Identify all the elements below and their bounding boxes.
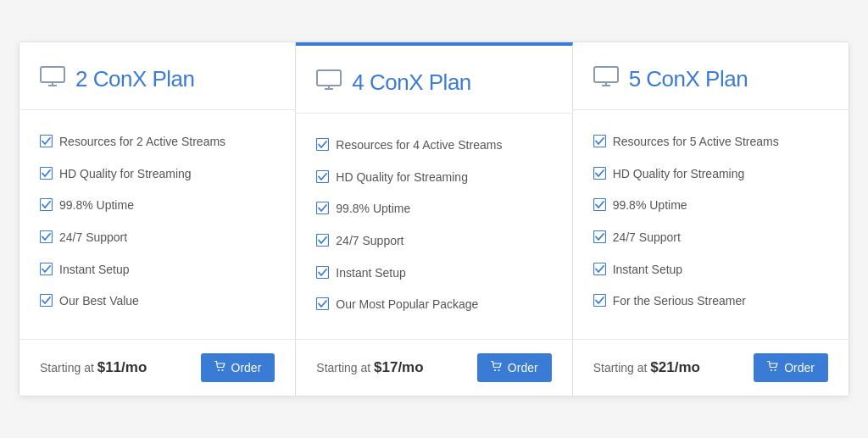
order-button-plan-2[interactable]: Order: [201, 353, 275, 382]
feature-item: 99.8% Uptime: [593, 191, 828, 223]
feature-item: Our Best Value: [40, 286, 275, 319]
check-icon: [40, 198, 53, 216]
feature-item: 24/7 Support: [40, 223, 275, 255]
plan-header-plan-5: 5 ConX Plan: [573, 42, 849, 110]
feature-text: HD Quality for Streaming: [613, 166, 745, 183]
feature-text: Our Most Popular Package: [336, 297, 478, 313]
feature-item: HD Quality for Streaming: [593, 159, 828, 191]
feature-text: 24/7 Support: [613, 230, 681, 247]
check-icon: [593, 230, 606, 248]
check-icon: [316, 234, 329, 252]
check-icon: [40, 167, 53, 185]
plan-card-plan-2: 2 ConX Plan Resources for 2 Active Strea…: [19, 42, 296, 396]
feature-text: For the Serious Streamer: [613, 293, 746, 310]
feature-text: 99.8% Uptime: [59, 197, 134, 214]
plan-title-plan-2: 2 ConX Plan: [75, 66, 194, 92]
plan-footer-plan-2: Starting at $11/mo Order: [19, 340, 295, 396]
feature-item: Instant Setup: [316, 258, 551, 291]
plan-card-plan-5: 5 ConX Plan Resources for 5 Active Strea…: [573, 42, 849, 396]
feature-item: Resources for 2 Active Streams: [40, 127, 275, 159]
feature-text: Instant Setup: [59, 262, 130, 279]
feature-item: For the Serious Streamer: [593, 286, 828, 319]
plan-header-plan-4: 4 ConX Plan: [296, 46, 571, 114]
feature-text: HD Quality for Streaming: [336, 169, 468, 186]
check-icon: [316, 297, 329, 315]
plan-features-plan-5: Resources for 5 Active Streams HD Qualit…: [573, 110, 849, 340]
monitor-icon: [40, 66, 65, 92]
price-amount: $17/mo: [374, 359, 424, 375]
plan-title-plan-4: 4 ConX Plan: [352, 69, 470, 96]
check-icon: [40, 135, 53, 152]
svg-point-20: [494, 369, 496, 371]
feature-text: Resources for 2 Active Streams: [59, 134, 225, 151]
svg-point-10: [221, 369, 223, 371]
cart-icon: [767, 361, 779, 374]
feature-item: Instant Setup: [40, 255, 275, 287]
plan-features-plan-4: Resources for 4 Active Streams HD Qualit…: [296, 114, 571, 340]
feature-item: Instant Setup: [593, 255, 828, 287]
feature-text: Resources for 5 Active Streams: [613, 134, 779, 151]
feature-text: Instant Setup: [613, 262, 683, 279]
monitor-icon: [316, 69, 342, 96]
plan-title-plan-5: 5 ConX Plan: [629, 66, 748, 92]
check-icon: [316, 266, 329, 284]
check-icon: [316, 170, 329, 188]
check-icon: [316, 138, 329, 156]
svg-point-9: [218, 369, 220, 371]
price-text-plan-4: Starting at $17/mo: [316, 359, 423, 376]
svg-point-31: [771, 369, 772, 371]
feature-item: HD Quality for Streaming: [40, 159, 275, 191]
check-icon: [593, 263, 606, 280]
feature-text: Instant Setup: [336, 265, 406, 282]
check-icon: [593, 167, 606, 185]
order-button-plan-5[interactable]: Order: [754, 353, 828, 382]
cart-icon: [491, 361, 503, 374]
check-icon: [593, 198, 606, 216]
feature-text: 24/7 Support: [59, 230, 127, 247]
svg-rect-22: [594, 67, 618, 82]
order-btn-label: Order: [508, 361, 538, 374]
feature-text: HD Quality for Streaming: [59, 166, 192, 183]
order-btn-label: Order: [231, 361, 262, 374]
feature-text: Our Best Value: [59, 293, 139, 310]
feature-text: Resources for 4 Active Streams: [336, 137, 502, 154]
check-icon: [593, 135, 606, 152]
pricing-container: 2 ConX Plan Resources for 2 Active Strea…: [19, 42, 849, 396]
feature-item: HD Quality for Streaming: [316, 163, 551, 195]
feature-item: Resources for 4 Active Streams: [316, 130, 551, 163]
check-icon: [40, 230, 53, 248]
order-btn-label: Order: [784, 361, 815, 374]
feature-text: 99.8% Uptime: [336, 201, 410, 218]
check-icon: [593, 294, 606, 312]
plan-footer-plan-5: Starting at $21/mo Order: [573, 340, 849, 396]
plan-header-plan-2: 2 ConX Plan: [19, 42, 295, 110]
feature-item: 99.8% Uptime: [316, 194, 551, 226]
check-icon: [316, 202, 329, 219]
monitor-icon: [593, 66, 619, 92]
plan-footer-plan-4: Starting at $17/mo Order: [296, 340, 571, 396]
svg-point-21: [498, 369, 499, 371]
check-icon: [40, 294, 53, 312]
order-button-plan-4[interactable]: Order: [477, 353, 552, 382]
cart-icon: [214, 361, 226, 374]
feature-text: 24/7 Support: [336, 233, 403, 250]
price-text-plan-2: Starting at $11/mo: [40, 359, 147, 376]
feature-item: 24/7 Support: [593, 223, 828, 255]
plan-features-plan-2: Resources for 2 Active Streams HD Qualit…: [19, 110, 295, 340]
price-text-plan-5: Starting at $21/mo: [593, 359, 700, 376]
check-icon: [40, 263, 53, 280]
svg-point-32: [775, 369, 776, 371]
feature-item: 99.8% Uptime: [40, 191, 275, 223]
price-amount: $11/mo: [97, 359, 147, 375]
feature-text: 99.8% Uptime: [613, 197, 687, 214]
plan-card-plan-4: 4 ConX Plan Resources for 4 Active Strea…: [296, 42, 572, 396]
feature-item: 24/7 Support: [316, 226, 551, 258]
svg-rect-11: [317, 70, 341, 86]
svg-rect-0: [41, 67, 64, 82]
feature-item: Our Most Popular Package: [316, 290, 551, 322]
feature-item: Resources for 5 Active Streams: [593, 127, 828, 159]
price-amount: $21/mo: [650, 359, 700, 375]
